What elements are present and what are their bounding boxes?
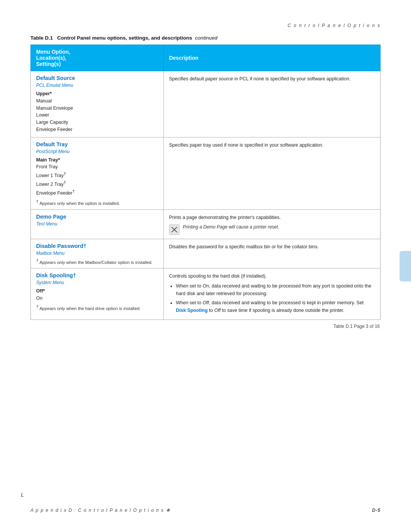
default-tray-title: Default Tray	[36, 141, 158, 147]
table-row: Demo Page Test Menu Prints a page demons…	[31, 209, 381, 239]
demo-page-left: Demo Page Test Menu	[31, 209, 164, 239]
table-caption-text: Control Panel menu options, settings, an…	[57, 35, 192, 41]
table-row: Default Tray PostScript Menu Main Tray* …	[31, 137, 381, 209]
demo-page-desc-text: Prints a page demonstrating the printer'…	[169, 214, 375, 221]
demo-page-warning-text: Printing a Demo Page will cause a printe…	[183, 224, 279, 231]
demo-page-menu: Test Menu	[36, 221, 158, 227]
list-item: When set to Off, data received and waiti…	[176, 299, 375, 314]
demo-page-warning: Printing a Demo Page will cause a printe…	[169, 224, 375, 235]
table-row: Disk Spooling† System Menu Off* On † App…	[31, 268, 381, 320]
demo-page-desc: Prints a page demonstrating the printer'…	[164, 209, 381, 239]
disable-password-desc: Disables the password for a specific mai…	[164, 239, 381, 268]
default-tray-desc-text: Specifies paper tray used if none is spe…	[169, 142, 323, 148]
default-source-menu: PCL Emulat Menu	[36, 83, 158, 88]
disable-password-menu: Mailbox Menu	[36, 251, 158, 256]
default-source-desc: Specifies default paper source in PCL if…	[164, 71, 381, 137]
default-source-title: Default Source	[36, 75, 158, 81]
warning-icon	[169, 224, 180, 235]
table-footer-note: Table D.1 Page 3 of 16	[30, 324, 381, 329]
col2-header: Description	[164, 45, 381, 71]
default-source-settings: Upper* Manual Manual Envelope Lower Larg…	[36, 90, 158, 133]
left-mark: L	[21, 492, 24, 498]
default-source-desc-text: Specifies default paper source in PCL if…	[169, 76, 350, 81]
default-tray-note: † Appears only when the option is instal…	[36, 199, 158, 206]
disk-spooling-menu: System Menu	[36, 280, 158, 285]
disk-spooling-settings: Off* On	[36, 288, 158, 302]
table-caption-suffix: continued	[195, 35, 218, 41]
table-row: Disable Password† Mailbox Menu † Appears…	[31, 239, 381, 268]
disk-spooling-left: Disk Spooling† System Menu Off* On † App…	[31, 268, 164, 320]
col1-header-line2: Location(s),	[36, 55, 66, 61]
col1-header-line3: Setting(s)	[36, 61, 61, 67]
disk-spooling-title: Disk Spooling†	[36, 272, 158, 278]
disable-password-title: Disable Password†	[36, 243, 158, 249]
default-tray-menu: PostScript Menu	[36, 149, 158, 154]
main-table: Menu Option, Location(s), Setting(s) Des…	[30, 45, 381, 320]
table-header-row: Menu Option, Location(s), Setting(s) Des…	[31, 45, 381, 71]
page-header: C o n t r o l P a n e l O p t i o n s	[30, 23, 381, 28]
footer-right-text: D-5	[372, 508, 381, 513]
col2-header-label: Description	[169, 55, 198, 61]
header-title: C o n t r o l P a n e l O p t i o n s	[288, 23, 381, 28]
default-tray-settings: Main Tray* Front Tray Lower 1 Tray† Lowe…	[36, 157, 158, 197]
footer-left-text: A p p e n d i x D : C o n t r o l P a n …	[30, 508, 170, 513]
disk-spooling-link: Disk Spooling	[176, 308, 207, 313]
table-caption-prefix: Table D.1	[30, 35, 53, 41]
disable-password-left: Disable Password† Mailbox Menu † Appears…	[31, 239, 164, 268]
disk-spooling-desc: Controls spooling to the hard disk (if i…	[164, 268, 381, 320]
table-page-info: Table D.1 Page 3 of 16	[333, 324, 380, 329]
demo-page-title: Demo Page	[36, 214, 158, 220]
disk-spooling-note: † Appears only when the hard drive optio…	[36, 304, 158, 311]
default-tray-desc: Specifies paper tray used if none is spe…	[164, 137, 381, 209]
list-item: When set to On, data received and waitin…	[176, 282, 375, 297]
col1-header: Menu Option, Location(s), Setting(s)	[31, 45, 164, 71]
corner-tab	[400, 251, 411, 281]
disk-spooling-desc-list: When set to On, data received and waitin…	[176, 282, 375, 314]
disk-spooling-desc-main: Controls spooling to the hard disk (if i…	[169, 272, 375, 280]
page-footer: A p p e n d i x D : C o n t r o l P a n …	[30, 508, 381, 513]
page: C o n t r o l P a n e l O p t i o n s Ta…	[0, 0, 411, 532]
disable-password-note: † Appears only when the Mailbox/Collator…	[36, 258, 158, 265]
table-row: Default Source PCL Emulat Menu Upper* Ma…	[31, 71, 381, 137]
default-tray-left: Default Tray PostScript Menu Main Tray* …	[31, 137, 164, 209]
table-caption: Table D.1 Control Panel menu options, se…	[30, 35, 381, 41]
default-source-left: Default Source PCL Emulat Menu Upper* Ma…	[31, 71, 164, 137]
disable-password-desc-text: Disables the password for a specific mai…	[169, 244, 319, 249]
col1-header-line1: Menu Option,	[36, 49, 70, 55]
